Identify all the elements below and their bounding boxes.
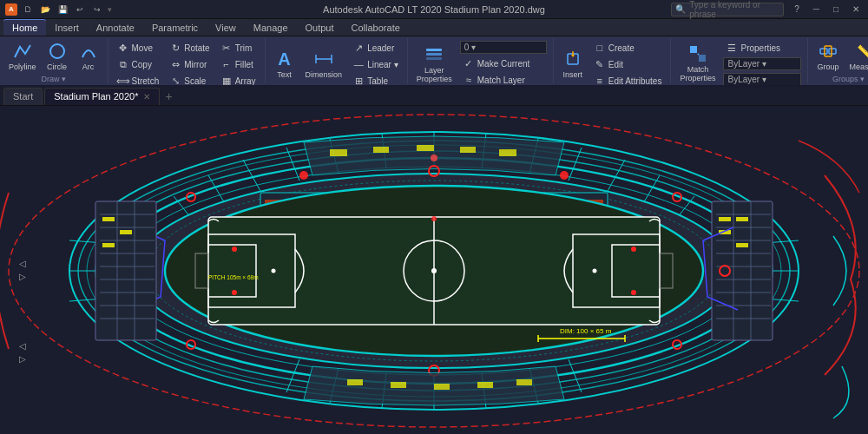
properties-button[interactable]: ☰ Properties bbox=[722, 40, 802, 56]
svg-point-132 bbox=[232, 247, 237, 252]
make-current-button[interactable]: ✓ Make Current bbox=[459, 56, 548, 71]
ribbon-tabs: Home Insert Annotate Parametric View Man… bbox=[0, 19, 868, 36]
layer-properties-button[interactable]: LayerProperties bbox=[413, 43, 456, 85]
layer-properties-icon bbox=[424, 45, 444, 64]
copy-button[interactable]: ⧉ Copy bbox=[114, 56, 163, 72]
linear-label: Linear ▾ bbox=[367, 60, 398, 69]
svg-point-133 bbox=[232, 290, 237, 295]
trim-label: Trim bbox=[235, 43, 253, 53]
circle-button[interactable]: Circle bbox=[43, 40, 71, 73]
move-button[interactable]: ✥ Move bbox=[114, 40, 163, 56]
linear-button[interactable]: — Linear ▾ bbox=[349, 56, 402, 72]
measure-label: Measure bbox=[849, 62, 868, 71]
array-icon: ▦ bbox=[220, 75, 233, 87]
tab-manage[interactable]: Manage bbox=[245, 20, 297, 36]
create-button[interactable]: □ Create bbox=[590, 40, 666, 56]
stretch-button[interactable]: ⟺ Stretch bbox=[114, 73, 163, 87]
arc-label: Arc bbox=[82, 62, 95, 71]
fillet-button[interactable]: ⌐ Fillet bbox=[217, 56, 260, 72]
svg-rect-55 bbox=[460, 147, 476, 153]
fillet-icon: ⌐ bbox=[220, 58, 233, 70]
canvas-area[interactable]: DIM: 100 × 65 m PITCH 105m × 68m ◁ ▷ ◁ bbox=[0, 106, 868, 434]
ribbon-group-modify: ✥ Move ⧉ Copy ⟺ Stretch ↻ Rotate ⇔ bbox=[108, 38, 266, 83]
create-label: Create bbox=[608, 43, 635, 53]
svg-rect-13 bbox=[820, 49, 827, 54]
scale-button[interactable]: ⤡ Scale bbox=[166, 73, 213, 87]
array-button[interactable]: ▦ Array bbox=[217, 73, 260, 87]
group-button[interactable]: Group bbox=[813, 40, 842, 73]
maximize-button[interactable]: □ bbox=[830, 4, 842, 14]
new-tab-button[interactable]: + bbox=[161, 89, 175, 103]
save-button[interactable]: 💾 bbox=[56, 3, 69, 16]
dimension-icon bbox=[314, 49, 333, 69]
arc-button[interactable]: Arc bbox=[75, 40, 102, 73]
layer-dropdown[interactable]: 0 ▾ bbox=[460, 41, 547, 54]
svg-rect-109 bbox=[434, 384, 450, 390]
mirror-icon: ⇔ bbox=[169, 58, 181, 70]
tab-annotate[interactable]: Annotate bbox=[88, 20, 143, 36]
svg-rect-128 bbox=[102, 217, 115, 221]
dimension-button[interactable]: Dimension bbox=[302, 48, 346, 81]
match-layer-button[interactable]: ≈ Match Layer bbox=[459, 72, 548, 87]
undo-button[interactable]: ↩ bbox=[73, 3, 87, 16]
mirror-button[interactable]: ⇔ Mirror bbox=[166, 56, 213, 72]
table-icon: ⊞ bbox=[352, 75, 365, 87]
start-tab-label: Start bbox=[13, 91, 33, 102]
edit-icon: ✎ bbox=[594, 58, 606, 70]
edit-attributes-button[interactable]: ≡ Edit Attributes bbox=[590, 73, 666, 87]
measure-button[interactable]: 📏 Measure bbox=[845, 40, 868, 73]
dimension-label: Dimension bbox=[306, 70, 343, 79]
color-dropdown[interactable]: ByLayer ▾ bbox=[723, 57, 801, 70]
rotate-button[interactable]: ↻ Rotate bbox=[166, 40, 213, 56]
svg-text:PITCH 105m × 68m: PITCH 105m × 68m bbox=[208, 274, 259, 280]
svg-rect-56 bbox=[499, 149, 516, 156]
help-button[interactable]: ? bbox=[791, 4, 803, 14]
text-button[interactable]: A Text bbox=[271, 48, 299, 81]
tab-output[interactable]: Output bbox=[297, 20, 343, 36]
tab-view[interactable]: View bbox=[207, 20, 245, 36]
close-tab-icon[interactable]: ✕ bbox=[143, 92, 150, 102]
svg-text:◁: ◁ bbox=[19, 259, 26, 268]
stadium-tab-label: Stadium Plan 2020* bbox=[54, 91, 138, 102]
svg-rect-4 bbox=[426, 49, 442, 51]
svg-point-104 bbox=[593, 269, 597, 273]
tab-home[interactable]: Home bbox=[3, 19, 46, 36]
svg-rect-11 bbox=[699, 55, 706, 62]
trim-button[interactable]: ✂ Trim bbox=[217, 40, 260, 56]
scale-label: Scale bbox=[184, 76, 206, 86]
tab-insert[interactable]: Insert bbox=[46, 20, 88, 36]
edit-label: Edit bbox=[608, 60, 623, 69]
tab-parametric[interactable]: Parametric bbox=[143, 20, 207, 36]
polyline-button[interactable]: Polyline bbox=[5, 40, 40, 73]
linetype-dropdown[interactable]: ByLayer ▾ bbox=[723, 73, 801, 86]
match-layer-icon: ≈ bbox=[463, 74, 475, 86]
svg-rect-52 bbox=[330, 149, 347, 156]
svg-rect-6 bbox=[426, 57, 442, 60]
edit-button[interactable]: ✎ Edit bbox=[590, 56, 666, 72]
open-button[interactable]: 📂 bbox=[38, 3, 52, 16]
svg-point-103 bbox=[272, 269, 276, 273]
svg-rect-116 bbox=[95, 201, 156, 340]
svg-point-59 bbox=[431, 155, 437, 161]
fillet-label: Fillet bbox=[235, 60, 253, 69]
edit-attributes-label: Edit Attributes bbox=[608, 76, 662, 86]
new-button[interactable]: 🗋 bbox=[21, 3, 35, 16]
tab-collaborate[interactable]: Collaborate bbox=[343, 20, 409, 36]
redo-button[interactable]: ↪ bbox=[90, 3, 104, 16]
tab-start[interactable]: Start bbox=[3, 88, 43, 105]
table-button[interactable]: ⊞ Table bbox=[349, 73, 402, 87]
close-button[interactable]: ✕ bbox=[849, 4, 863, 14]
move-icon: ✥ bbox=[117, 42, 129, 54]
match-properties-button[interactable]: MatchProperties bbox=[676, 43, 719, 84]
insert-button[interactable]: Insert bbox=[559, 48, 587, 81]
svg-point-57 bbox=[299, 171, 308, 180]
match-layer-label: Match Layer bbox=[477, 76, 525, 85]
leader-button[interactable]: ↗ Leader bbox=[349, 40, 402, 56]
search-box[interactable]: 🔍 Type a keyword or phrase bbox=[671, 3, 784, 16]
svg-text:DIM: 100 × 65 m: DIM: 100 × 65 m bbox=[560, 327, 612, 335]
svg-point-134 bbox=[631, 247, 636, 252]
minimize-button[interactable]: ─ bbox=[810, 4, 823, 14]
svg-rect-14 bbox=[829, 49, 836, 54]
tab-stadium-plan[interactable]: Stadium Plan 2020* ✕ bbox=[44, 88, 160, 105]
svg-point-0 bbox=[50, 44, 64, 58]
